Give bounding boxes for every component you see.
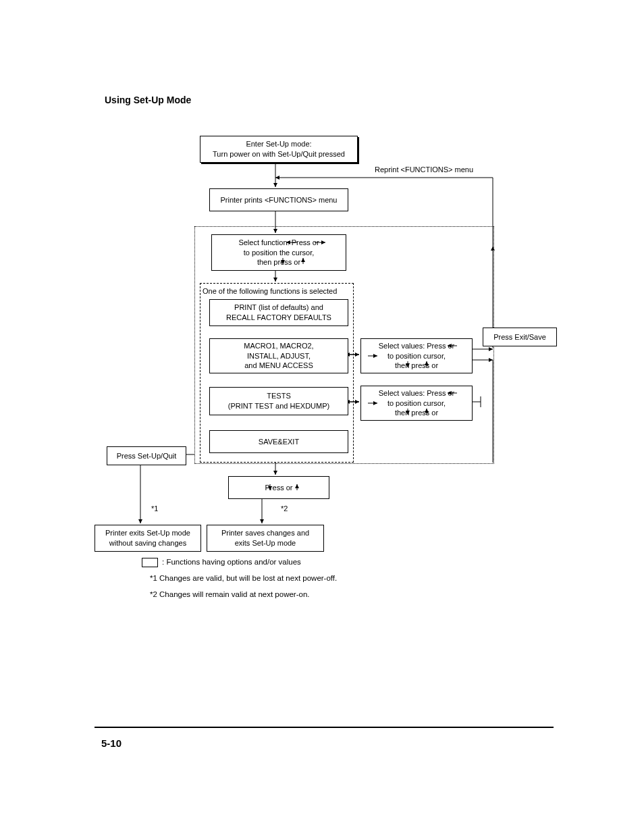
select-line1: Select function: Press or bbox=[238, 238, 319, 246]
section-title: Using Set-Up Mode bbox=[105, 95, 191, 105]
star1-label: *1 bbox=[151, 504, 158, 513]
page: Using Set-Up Mode bbox=[0, 0, 644, 834]
star2-label: *2 bbox=[281, 504, 288, 513]
sv1c: then press or bbox=[395, 361, 438, 369]
right-arrow-icon bbox=[313, 239, 327, 246]
left-arrow-icon bbox=[446, 390, 458, 396]
left-arrow-icon bbox=[285, 239, 298, 246]
right-arrow-icon bbox=[367, 400, 379, 407]
se: SAVE&EXIT bbox=[259, 437, 299, 447]
save-exit-box: SAVE&EXIT bbox=[209, 430, 348, 453]
select-function-box: Select function: Press or to position th… bbox=[211, 234, 346, 271]
legend-note-1: *1 Changes are valid, but will be lost a… bbox=[150, 574, 337, 582]
press-arrow-box: Press or bbox=[228, 476, 329, 499]
down-arrow-icon bbox=[404, 361, 411, 369]
ex2b: exits Set-Up mode bbox=[235, 538, 296, 548]
up-arrow-icon bbox=[423, 361, 430, 369]
footer-rule bbox=[95, 727, 554, 728]
reprint-label: Reprint <FUNCTIONS> menu bbox=[375, 165, 473, 174]
sv1a: Select values: Press or bbox=[379, 342, 455, 350]
ex1a: Printer exits Set-Up mode bbox=[105, 528, 190, 538]
legend-functions: : Functions having options and/or values bbox=[162, 558, 301, 566]
select-values-1-box: Select values: Press or to position curs… bbox=[360, 338, 473, 373]
tests-box: TESTS (PRINT TEST and HEXDUMP) bbox=[209, 387, 348, 415]
sv1b: to position cursor, bbox=[387, 352, 446, 360]
one-of-label: One of the following functions is select… bbox=[203, 287, 337, 295]
ex1b: without saving changes bbox=[109, 538, 186, 548]
exit-no-save-box: Printer exits Set-Up mode without saving… bbox=[95, 525, 201, 552]
legend-note-2: *2 Changes will remain valid at next pow… bbox=[150, 590, 310, 598]
enter-line1: Enter Set-Up mode: bbox=[246, 139, 311, 149]
pd1: PRINT (list of defaults) and bbox=[234, 303, 323, 313]
prints-text: Printer prints <FUNCTIONS> menu bbox=[221, 195, 338, 205]
m1: MACRO1, MACRO2, bbox=[244, 341, 313, 351]
press-setup-quit-box: Press Set-Up/Quit bbox=[107, 446, 186, 465]
m2: INSTALL, ADJUST, bbox=[247, 351, 311, 361]
select-line2: to position the cursor, bbox=[244, 248, 315, 258]
print-defaults-box: PRINT (list of defaults) and RECALL FACT… bbox=[209, 299, 348, 326]
sv2b: to position cursor, bbox=[387, 399, 446, 407]
exit-save-box: Press Exit/Save bbox=[483, 328, 557, 346]
m3: and MENU ACCESS bbox=[244, 361, 313, 371]
select-line3: then press or bbox=[257, 258, 300, 266]
flowchart: Enter Set-Up mode: Turn power on with Se… bbox=[95, 132, 567, 604]
save-and-exit-box: Printer saves changes and exits Set-Up m… bbox=[207, 525, 324, 552]
right-arrow-icon bbox=[367, 353, 379, 359]
up-arrow-icon bbox=[294, 484, 300, 492]
prints-functions-box: Printer prints <FUNCTIONS> menu bbox=[209, 188, 348, 211]
up-arrow-icon bbox=[300, 257, 306, 265]
psq: Press Set-Up/Quit bbox=[117, 451, 177, 461]
select-values-2-box: Select values: Press or to position curs… bbox=[360, 386, 473, 421]
up-arrow-icon bbox=[423, 408, 430, 416]
ex2a: Printer saves changes and bbox=[221, 528, 309, 538]
legend-swatch bbox=[142, 558, 158, 567]
t1: TESTS bbox=[267, 391, 290, 401]
page-number: 5-10 bbox=[101, 737, 122, 749]
enter-line2: Turn power on with Set-Up/Quit pressed bbox=[213, 149, 345, 159]
pd2: RECALL FACTORY DEFAULTS bbox=[226, 313, 331, 323]
down-arrow-icon bbox=[404, 408, 411, 416]
down-arrow-icon bbox=[267, 484, 273, 492]
left-arrow-icon bbox=[446, 342, 458, 349]
t2: (PRINT TEST and HEXDUMP) bbox=[228, 401, 329, 411]
sv2a: Select values: Press or bbox=[379, 389, 455, 397]
macro-box: MACRO1, MACRO2, INSTALL, ADJUST, and MEN… bbox=[209, 338, 348, 373]
exit-save-text: Press Exit/Save bbox=[493, 332, 546, 342]
enter-setup-box: Enter Set-Up mode: Turn power on with Se… bbox=[200, 136, 358, 163]
down-arrow-icon bbox=[279, 257, 286, 265]
sv2c: then press or bbox=[395, 409, 438, 417]
